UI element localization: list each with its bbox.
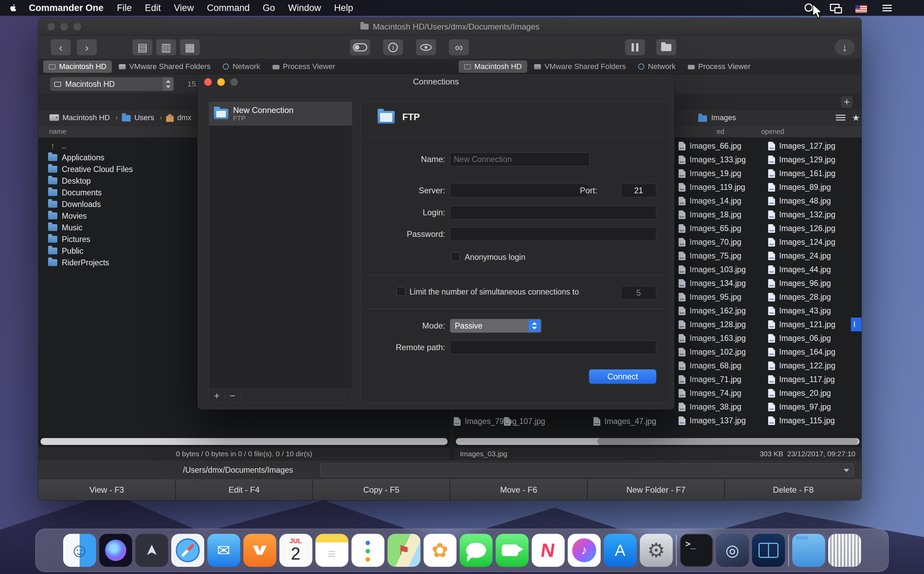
file-row[interactable]: Images_47.jpg (593, 414, 656, 428)
function-key-button[interactable]: New Folder - F7 (588, 479, 725, 500)
file-row[interactable]: Images_74.jpg (678, 386, 764, 400)
dock-downloads-folder[interactable] (792, 534, 825, 567)
login-field[interactable] (450, 206, 656, 219)
file-row[interactable]: Images_134.jpg (678, 276, 764, 290)
file-row[interactable]: Images_133.jpg (678, 153, 764, 167)
favorites-star-icon[interactable]: ★ (852, 110, 860, 126)
function-key-button[interactable]: Delete - F8 (725, 479, 861, 500)
file-row[interactable]: Images_103.jpg (678, 263, 764, 276)
file-row[interactable]: Images_18.jpg (678, 208, 764, 221)
preview-eye[interactable] (416, 39, 436, 55)
connect-button[interactable]: Connect (589, 369, 656, 384)
menu-item[interactable]: View (167, 3, 200, 13)
input-source-flag-icon[interactable] (855, 5, 867, 13)
compare-folders[interactable] (656, 39, 676, 55)
file-row[interactable]: Images_79.jpg (454, 414, 516, 428)
file-row[interactable]: Images_163.jpg (678, 331, 764, 345)
dock-commander-one[interactable] (752, 534, 785, 567)
drive-selector[interactable]: Macintosh HD (50, 77, 174, 91)
dock-separator[interactable] (676, 535, 677, 566)
dock-finder[interactable]: ☺ (63, 534, 96, 567)
file-row[interactable]: Images_127.jpg (768, 139, 860, 153)
file-row[interactable]: Images_65.jpg (678, 221, 764, 235)
dialog-title-bar[interactable]: Connections (197, 74, 674, 90)
file-row[interactable]: Images_124.jpg (768, 235, 860, 249)
menu-list-icon[interactable] (881, 2, 893, 14)
right-horizontal-scrollbar[interactable] (456, 438, 859, 445)
dock-calendar[interactable]: JUL 2 (279, 534, 312, 567)
file-row[interactable]: Images_75.jpg (678, 249, 764, 263)
tab[interactable]: VMware Shared Folders (113, 60, 216, 73)
dock-launchpad[interactable]: ➤ (135, 534, 168, 567)
back[interactable]: ‹ (51, 39, 71, 55)
dock-terminal[interactable]: >_ (680, 534, 713, 567)
mode-dropdown[interactable]: Passive (450, 319, 541, 333)
file-row[interactable]: Images_126.jpg (768, 221, 860, 235)
file-row[interactable]: Images_28.jpg (768, 290, 860, 304)
file-row[interactable]: Images_117.jpg (768, 372, 860, 386)
file-row[interactable]: Images_129.jpg (768, 153, 860, 167)
file-row[interactable]: Images_66.jpg (678, 139, 764, 153)
connections-sidebar[interactable]: New Connection FTP + − (209, 102, 352, 403)
file-row[interactable]: Images_89.jpg (768, 180, 860, 194)
column-header[interactable]: opened (761, 126, 784, 138)
forward[interactable]: › (77, 39, 97, 55)
menu-item[interactable]: Help (327, 3, 360, 13)
dock-separator[interactable] (788, 535, 789, 566)
tab[interactable]: Process Viewer (682, 60, 756, 73)
menu-item[interactable]: Go (256, 3, 282, 13)
download[interactable]: ↓ (835, 39, 855, 55)
password-field[interactable] (450, 227, 656, 241)
column-header[interactable]: ed (717, 126, 724, 138)
function-key-button[interactable]: Edit - F4 (176, 479, 313, 500)
dock-system-preferences[interactable]: ⚙ (640, 534, 673, 567)
file-row[interactable]: Images_48.jpg (768, 194, 860, 208)
anonymous-login-checkbox[interactable] (451, 252, 460, 261)
file-row[interactable]: Images_20.jpg (768, 386, 860, 400)
file-row[interactable]: Images_06.jpg (768, 331, 860, 345)
menu-item[interactable]: File (110, 3, 139, 13)
file-row[interactable]: Images_70.jpg (678, 235, 764, 249)
file-row[interactable]: Images_38.jpg (678, 400, 764, 414)
breadcrumb-item[interactable]: Images (698, 110, 736, 126)
dock-books[interactable]: ∨ (243, 534, 276, 567)
dock-mail[interactable]: ✉ (207, 534, 240, 567)
command-line-input[interactable] (320, 464, 854, 476)
tab[interactable]: VMware Shared Folders (529, 60, 631, 73)
function-key-button[interactable]: Copy - F5 (313, 479, 450, 500)
dual-pane-toggle[interactable] (350, 39, 370, 55)
dock-facetime[interactable] (496, 534, 529, 567)
breadcrumb-item[interactable]: Users› (122, 113, 162, 122)
add-tab-button[interactable]: + (841, 96, 853, 108)
close-button[interactable] (47, 23, 55, 30)
port-field[interactable] (621, 184, 656, 197)
view-thumbs[interactable]: ▦ (180, 39, 200, 55)
file-row[interactable]: Images_68.jpg (678, 359, 764, 372)
menu-app-name[interactable]: Commander One (22, 3, 110, 13)
file-row[interactable]: Images_19.jpg (678, 167, 764, 180)
function-key-button[interactable]: Move - F6 (450, 479, 588, 500)
file-row[interactable]: Images_24.jpg (768, 249, 860, 263)
left-horizontal-scrollbar[interactable] (41, 438, 448, 445)
dock-photos[interactable]: ✿ (423, 534, 456, 567)
tab[interactable]: Network (217, 60, 266, 73)
dock-itunes[interactable]: ♪ (568, 534, 601, 567)
file-row[interactable]: Images_97.jpg (768, 400, 860, 414)
info[interactable]: i (383, 39, 403, 55)
file-row[interactable]: Images_128.jpg (678, 317, 764, 331)
scrollbar-thumb[interactable] (597, 438, 858, 445)
dock-app-store[interactable]: A (604, 534, 637, 567)
remote-path-field[interactable] (450, 341, 656, 354)
dialog-minimize-button[interactable] (217, 78, 225, 86)
dock-messages[interactable] (460, 534, 493, 567)
dock-preview[interactable]: ◎ (716, 534, 749, 567)
view-options-icon[interactable] (836, 115, 845, 121)
menu-item[interactable]: Edit (139, 3, 167, 13)
menu-item[interactable]: Command (200, 3, 257, 13)
search[interactable]: ∞ (449, 39, 469, 55)
file-row[interactable]: Images_96.jpg (768, 276, 860, 290)
limit-connections-checkbox[interactable] (397, 287, 405, 296)
file-row[interactable]: Images_95.jpg (678, 290, 764, 304)
menu-item[interactable]: Window (282, 3, 327, 13)
function-key-button[interactable]: View - F3 (38, 479, 176, 500)
